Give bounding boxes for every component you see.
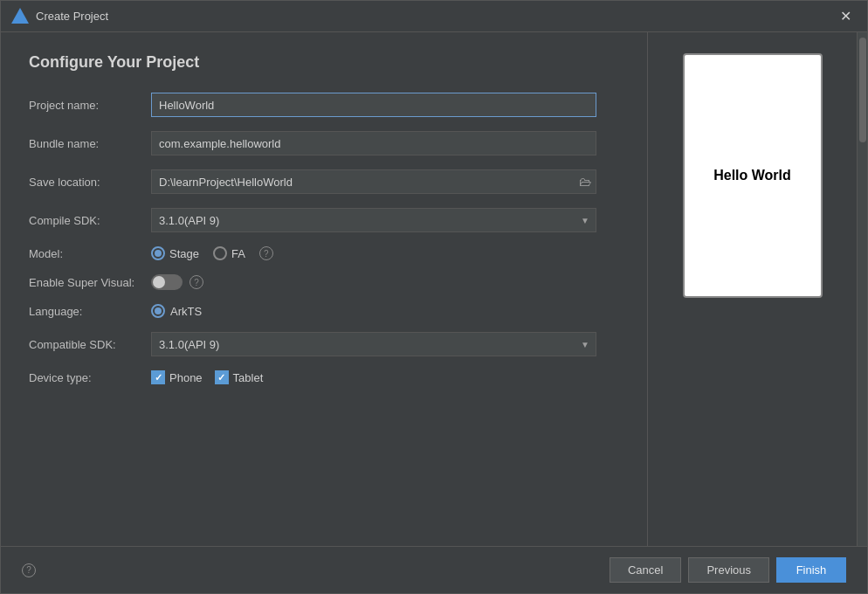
footer-help: ? [22,563,610,577]
device-type-control: ✓ Phone ✓ Tablet [151,370,596,384]
save-location-label: Save location: [29,176,151,189]
scrollbar[interactable] [857,32,867,546]
title-bar: Create Project ✕ [1,1,867,32]
language-label: Language: [29,305,151,318]
folder-icon[interactable]: 🗁 [579,175,591,189]
model-label: Model: [29,247,151,260]
super-visual-toggle-wrapper: ? [151,274,596,290]
model-stage-radio[interactable]: Stage [151,246,199,260]
fa-radio-button[interactable] [213,246,227,260]
preview-section: Hello World [647,32,857,546]
model-fa-radio[interactable]: FA [213,246,245,260]
compile-sdk-select[interactable]: 3.1.0(API 9) 3.0.0(API 8) 2.2.0(API 7) [151,208,596,232]
compile-sdk-row: Compile SDK: 3.1.0(API 9) 3.0.0(API 8) 2… [29,208,619,232]
phone-preview: Hello World [683,53,823,298]
bundle-name-row: Bundle name: [29,131,619,155]
phone-checkbox-check: ✓ [155,372,162,383]
dialog-content: Configure Your Project Project name: Bun… [1,32,867,546]
tablet-checkbox-box[interactable]: ✓ [215,370,229,384]
bundle-name-input[interactable] [151,131,596,155]
project-name-row: Project name: [29,93,619,117]
bundle-name-control [151,131,596,155]
project-name-control [151,93,596,117]
super-visual-label: Enable Super Visual: [29,276,151,289]
language-value: ArkTS [170,305,202,318]
language-row: Language: ArkTS [29,304,619,318]
compile-sdk-label: Compile SDK: [29,214,151,227]
super-visual-toggle[interactable] [151,274,183,290]
compile-sdk-control: 3.1.0(API 9) 3.0.0(API 8) 2.2.0(API 7) ▼ [151,208,596,232]
device-phone-checkbox[interactable]: ✓ Phone [151,370,203,384]
create-project-dialog: Create Project ✕ Configure Your Project … [0,0,868,594]
save-location-input[interactable] [151,169,596,194]
arkts-radio-button[interactable] [151,304,165,318]
language-control: ArkTS [151,304,596,318]
save-location-control: 🗁 [151,169,596,194]
compatible-sdk-select[interactable]: 3.1.0(API 9) 3.0.0(API 8) 2.2.0(API 7) [151,332,596,356]
model-control: Stage FA ? [151,246,596,260]
super-visual-control: ? [151,274,596,290]
device-tablet-checkbox[interactable]: ✓ Tablet [215,370,264,384]
tablet-label: Tablet [233,371,264,384]
footer: ? Cancel Previous Finish [1,546,867,593]
cancel-button[interactable]: Cancel [610,557,681,583]
model-row: Model: Stage FA ? [29,246,619,260]
section-title: Configure Your Project [29,53,619,72]
super-visual-help-icon[interactable]: ? [189,275,203,289]
model-fa-label: FA [231,247,245,260]
stage-radio-button[interactable] [151,246,165,260]
scrollbar-thumb[interactable] [859,38,866,142]
close-button[interactable]: ✕ [835,6,857,26]
preview-text: Hello World [713,168,791,183]
finish-button[interactable]: Finish [776,557,846,583]
tablet-checkbox-check: ✓ [217,372,225,383]
form-section: Configure Your Project Project name: Bun… [1,32,647,546]
app-logo [11,8,29,25]
language-group: ArkTS [151,304,596,318]
model-stage-label: Stage [169,247,199,260]
previous-button[interactable]: Previous [688,557,769,583]
footer-help-icon[interactable]: ? [22,563,36,577]
device-type-row: Device type: ✓ Phone ✓ [29,370,619,384]
model-help-icon[interactable]: ? [259,246,273,260]
phone-label: Phone [169,371,203,384]
toggle-thumb [153,276,165,288]
phone-checkbox-box[interactable]: ✓ [151,370,165,384]
compatible-sdk-control: 3.1.0(API 9) 3.0.0(API 8) 2.2.0(API 7) ▼ [151,332,596,356]
compatible-sdk-label: Compatible SDK: [29,338,151,351]
super-visual-row: Enable Super Visual: ? [29,274,619,290]
device-type-label: Device type: [29,371,151,384]
footer-buttons: Cancel Previous Finish [610,557,846,583]
project-name-input[interactable] [151,93,596,117]
compatible-sdk-row: Compatible SDK: 3.1.0(API 9) 3.0.0(API 8… [29,332,619,356]
project-name-label: Project name: [29,99,151,112]
save-location-row: Save location: 🗁 [29,169,619,194]
device-type-checkbox-group: ✓ Phone ✓ Tablet [151,370,596,384]
dialog-title: Create Project [36,10,835,23]
bundle-name-label: Bundle name: [29,137,151,150]
model-radio-group: Stage FA ? [151,246,596,260]
